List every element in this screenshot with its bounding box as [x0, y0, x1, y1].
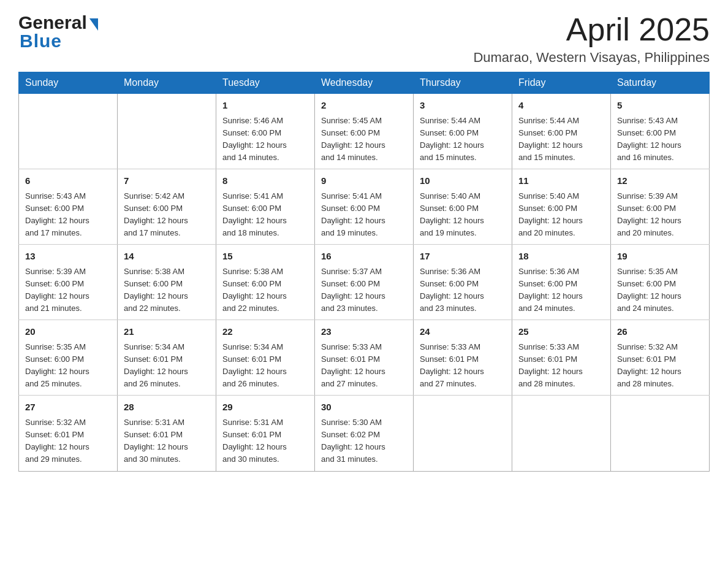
- calendar-cell: 25Sunrise: 5:33 AM Sunset: 6:01 PM Dayli…: [512, 320, 611, 396]
- title-block: April 2025 Dumarao, Western Visayas, Phi…: [473, 12, 710, 66]
- day-number: 30: [321, 400, 407, 415]
- calendar-week-row: 6Sunrise: 5:43 AM Sunset: 6:00 PM Daylig…: [19, 169, 710, 245]
- calendar-cell: 12Sunrise: 5:39 AM Sunset: 6:00 PM Dayli…: [611, 169, 710, 245]
- calendar-cell: 3Sunrise: 5:44 AM Sunset: 6:00 PM Daylig…: [414, 94, 512, 169]
- day-number: 10: [420, 174, 506, 188]
- calendar-cell: 15Sunrise: 5:38 AM Sunset: 6:00 PM Dayli…: [216, 245, 315, 320]
- day-detail: Sunrise: 5:30 AM Sunset: 6:02 PM Dayligh…: [321, 416, 407, 466]
- day-number: 24: [420, 325, 506, 339]
- calendar-cell: 24Sunrise: 5:33 AM Sunset: 6:01 PM Dayli…: [414, 320, 512, 396]
- month-year-title: April 2025: [473, 12, 710, 47]
- day-detail: Sunrise: 5:40 AM Sunset: 6:00 PM Dayligh…: [518, 190, 604, 240]
- calendar-cell: 13Sunrise: 5:39 AM Sunset: 6:00 PM Dayli…: [19, 245, 118, 320]
- day-detail: Sunrise: 5:38 AM Sunset: 6:00 PM Dayligh…: [222, 266, 308, 315]
- day-detail: Sunrise: 5:31 AM Sunset: 6:01 PM Dayligh…: [124, 416, 210, 466]
- day-number: 1: [222, 99, 308, 113]
- calendar-week-row: 27Sunrise: 5:32 AM Sunset: 6:01 PM Dayli…: [19, 396, 710, 471]
- calendar-cell: 9Sunrise: 5:41 AM Sunset: 6:00 PM Daylig…: [315, 169, 414, 245]
- calendar-cell: 20Sunrise: 5:35 AM Sunset: 6:00 PM Dayli…: [19, 320, 118, 396]
- weekday-header-wednesday: Wednesday: [315, 72, 414, 94]
- day-number: 14: [124, 250, 210, 264]
- weekday-header-friday: Friday: [512, 72, 611, 94]
- calendar-cell: 22Sunrise: 5:34 AM Sunset: 6:01 PM Dayli…: [216, 320, 315, 396]
- calendar-cell: 8Sunrise: 5:41 AM Sunset: 6:00 PM Daylig…: [216, 169, 315, 245]
- calendar-cell: 11Sunrise: 5:40 AM Sunset: 6:00 PM Dayli…: [512, 169, 611, 245]
- day-detail: Sunrise: 5:36 AM Sunset: 6:00 PM Dayligh…: [518, 266, 604, 315]
- day-number: 16: [321, 250, 407, 264]
- day-detail: Sunrise: 5:31 AM Sunset: 6:01 PM Dayligh…: [222, 416, 308, 466]
- calendar-cell: 4Sunrise: 5:44 AM Sunset: 6:00 PM Daylig…: [512, 94, 611, 169]
- day-detail: Sunrise: 5:32 AM Sunset: 6:01 PM Dayligh…: [617, 341, 703, 391]
- day-detail: Sunrise: 5:44 AM Sunset: 6:00 PM Dayligh…: [420, 115, 506, 164]
- calendar-header-row: SundayMondayTuesdayWednesdayThursdayFrid…: [19, 72, 710, 94]
- calendar-cell: 6Sunrise: 5:43 AM Sunset: 6:00 PM Daylig…: [19, 169, 118, 245]
- day-number: 23: [321, 325, 407, 339]
- day-detail: Sunrise: 5:46 AM Sunset: 6:00 PM Dayligh…: [222, 115, 308, 164]
- calendar-cell: 16Sunrise: 5:37 AM Sunset: 6:00 PM Dayli…: [315, 245, 414, 320]
- calendar-week-row: 13Sunrise: 5:39 AM Sunset: 6:00 PM Dayli…: [19, 245, 710, 320]
- day-number: 9: [321, 174, 407, 188]
- page-header: General Blue April 2025 Dumarao, Western…: [18, 12, 710, 66]
- day-detail: Sunrise: 5:38 AM Sunset: 6:00 PM Dayligh…: [124, 266, 210, 315]
- calendar-cell: 10Sunrise: 5:40 AM Sunset: 6:00 PM Dayli…: [414, 169, 512, 245]
- day-detail: Sunrise: 5:39 AM Sunset: 6:00 PM Dayligh…: [617, 190, 703, 240]
- calendar-cell: [118, 94, 216, 169]
- day-number: 7: [124, 174, 210, 188]
- day-number: 21: [124, 325, 210, 339]
- day-detail: Sunrise: 5:36 AM Sunset: 6:00 PM Dayligh…: [420, 266, 506, 315]
- day-number: 22: [222, 325, 308, 339]
- day-number: 4: [518, 99, 604, 113]
- weekday-header-tuesday: Tuesday: [216, 72, 315, 94]
- day-number: 8: [222, 174, 308, 188]
- day-detail: Sunrise: 5:34 AM Sunset: 6:01 PM Dayligh…: [222, 341, 308, 391]
- day-number: 20: [25, 325, 111, 339]
- calendar-cell: 19Sunrise: 5:35 AM Sunset: 6:00 PM Dayli…: [611, 245, 710, 320]
- day-number: 29: [222, 400, 308, 415]
- day-detail: Sunrise: 5:43 AM Sunset: 6:00 PM Dayligh…: [25, 190, 111, 240]
- calendar-cell: 27Sunrise: 5:32 AM Sunset: 6:01 PM Dayli…: [19, 396, 118, 471]
- day-number: 26: [617, 325, 703, 339]
- day-detail: Sunrise: 5:33 AM Sunset: 6:01 PM Dayligh…: [420, 341, 506, 391]
- day-detail: Sunrise: 5:41 AM Sunset: 6:00 PM Dayligh…: [222, 190, 308, 240]
- calendar-cell: [19, 94, 118, 169]
- calendar-cell: 21Sunrise: 5:34 AM Sunset: 6:01 PM Dayli…: [118, 320, 216, 396]
- day-number: 5: [617, 99, 703, 113]
- weekday-header-thursday: Thursday: [414, 72, 512, 94]
- day-number: 17: [420, 250, 506, 264]
- logo-triangle-icon: [89, 18, 98, 31]
- location-subtitle: Dumarao, Western Visayas, Philippines: [473, 50, 710, 66]
- day-detail: Sunrise: 5:40 AM Sunset: 6:00 PM Dayligh…: [420, 190, 506, 240]
- day-number: 11: [518, 174, 604, 188]
- calendar-cell: [512, 396, 611, 471]
- day-number: 18: [518, 250, 604, 264]
- day-number: 28: [124, 400, 210, 415]
- day-number: 3: [420, 99, 506, 113]
- calendar-cell: 23Sunrise: 5:33 AM Sunset: 6:01 PM Dayli…: [315, 320, 414, 396]
- day-detail: Sunrise: 5:37 AM Sunset: 6:00 PM Dayligh…: [321, 266, 407, 315]
- day-number: 25: [518, 325, 604, 339]
- calendar-week-row: 20Sunrise: 5:35 AM Sunset: 6:00 PM Dayli…: [19, 320, 710, 396]
- day-number: 15: [222, 250, 308, 264]
- calendar-cell: 30Sunrise: 5:30 AM Sunset: 6:02 PM Dayli…: [315, 396, 414, 471]
- day-detail: Sunrise: 5:35 AM Sunset: 6:00 PM Dayligh…: [25, 341, 111, 391]
- day-detail: Sunrise: 5:34 AM Sunset: 6:01 PM Dayligh…: [124, 341, 210, 391]
- day-detail: Sunrise: 5:44 AM Sunset: 6:00 PM Dayligh…: [518, 115, 604, 164]
- calendar-cell: 7Sunrise: 5:42 AM Sunset: 6:00 PM Daylig…: [118, 169, 216, 245]
- calendar-cell: 29Sunrise: 5:31 AM Sunset: 6:01 PM Dayli…: [216, 396, 315, 471]
- day-detail: Sunrise: 5:35 AM Sunset: 6:00 PM Dayligh…: [617, 266, 703, 315]
- calendar-cell: 28Sunrise: 5:31 AM Sunset: 6:01 PM Dayli…: [118, 396, 216, 471]
- calendar-cell: 17Sunrise: 5:36 AM Sunset: 6:00 PM Dayli…: [414, 245, 512, 320]
- day-detail: Sunrise: 5:33 AM Sunset: 6:01 PM Dayligh…: [518, 341, 604, 391]
- calendar-cell: 14Sunrise: 5:38 AM Sunset: 6:00 PM Dayli…: [118, 245, 216, 320]
- calendar-cell: [414, 396, 512, 471]
- day-number: 2: [321, 99, 407, 113]
- weekday-header-monday: Monday: [118, 72, 216, 94]
- day-number: 27: [25, 400, 111, 415]
- day-detail: Sunrise: 5:43 AM Sunset: 6:00 PM Dayligh…: [617, 115, 703, 164]
- day-detail: Sunrise: 5:42 AM Sunset: 6:00 PM Dayligh…: [124, 190, 210, 240]
- calendar-cell: 1Sunrise: 5:46 AM Sunset: 6:00 PM Daylig…: [216, 94, 315, 169]
- day-detail: Sunrise: 5:45 AM Sunset: 6:00 PM Dayligh…: [321, 115, 407, 164]
- logo: General Blue: [18, 12, 98, 52]
- calendar-cell: 26Sunrise: 5:32 AM Sunset: 6:01 PM Dayli…: [611, 320, 710, 396]
- calendar-week-row: 1Sunrise: 5:46 AM Sunset: 6:00 PM Daylig…: [19, 94, 710, 169]
